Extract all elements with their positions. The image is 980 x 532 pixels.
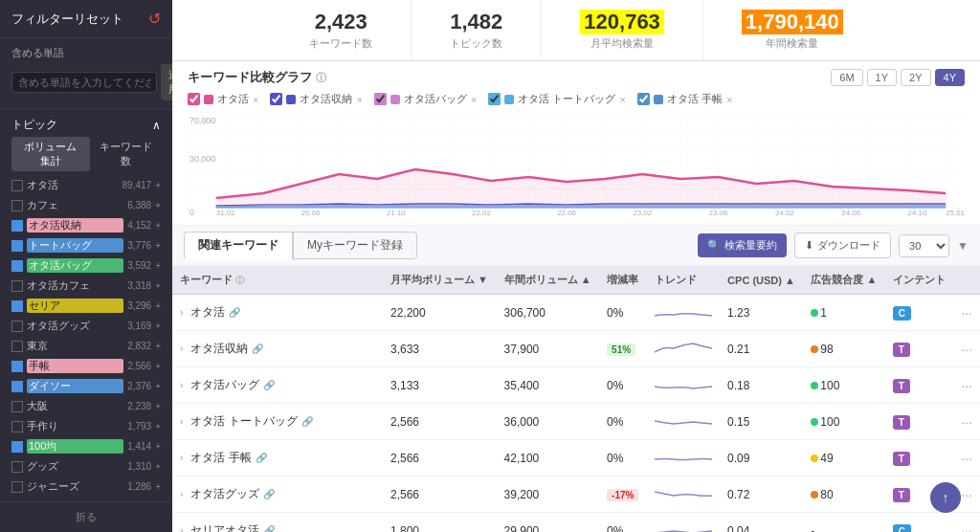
topic-plus-icon[interactable]: +	[155, 220, 161, 231]
more-icon[interactable]: ···	[961, 414, 972, 430]
legend-item[interactable]: オタ活 トートバッグ×	[488, 92, 626, 106]
topic-plus-icon[interactable]: +	[155, 461, 161, 472]
topic-plus-icon[interactable]: +	[155, 280, 161, 291]
expand-icon[interactable]: ›	[180, 380, 183, 390]
topic-item[interactable]: 東京 2,832 +	[0, 336, 172, 356]
topic-checkbox[interactable]	[11, 260, 23, 272]
legend-remove-icon[interactable]: ×	[619, 94, 625, 105]
topic-plus-icon[interactable]: +	[155, 321, 161, 331]
volume-tab[interactable]: ボリューム集計	[11, 137, 90, 171]
topic-plus-icon[interactable]: +	[155, 421, 161, 432]
topic-checkbox[interactable]	[11, 381, 23, 392]
time-btn-6m[interactable]: 6M	[831, 69, 862, 86]
topic-checkbox[interactable]	[11, 421, 23, 432]
topic-plus-icon[interactable]: +	[155, 441, 161, 452]
legend-checkbox[interactable]	[374, 93, 387, 105]
download-button[interactable]: ⬇ ダウンロード	[794, 233, 891, 258]
legend-checkbox[interactable]	[188, 93, 200, 105]
topic-plus-icon[interactable]: +	[155, 401, 161, 411]
copy-icon[interactable]: 🔗	[263, 525, 275, 532]
more-icon[interactable]: ···	[961, 378, 972, 393]
topic-plus-icon[interactable]: +	[155, 381, 161, 391]
collapse-button[interactable]: 折る	[76, 510, 97, 524]
topic-item[interactable]: オタ活カフェ 3,318 +	[0, 276, 172, 296]
col-ad[interactable]: 広告競合度 ▲	[803, 266, 884, 295]
topic-item[interactable]: ダイソー 2,376 +	[0, 376, 172, 396]
topic-checkbox[interactable]	[11, 361, 23, 372]
time-btn-2y[interactable]: 2Y	[901, 69, 930, 86]
copy-icon[interactable]: 🔗	[256, 453, 267, 463]
topic-checkbox[interactable]	[11, 300, 23, 312]
topic-plus-icon[interactable]: +	[155, 481, 161, 492]
legend-remove-icon[interactable]: ×	[471, 94, 477, 105]
topic-checkbox[interactable]	[11, 481, 23, 493]
more-icon[interactable]: ···	[961, 342, 972, 357]
topic-item[interactable]: セリア 3,296 +	[0, 296, 172, 316]
topic-item[interactable]: グッズ 1,310 +	[0, 456, 172, 477]
topic-plus-icon[interactable]: +	[155, 240, 161, 251]
expand-icon[interactable]: ›	[180, 453, 183, 463]
topic-item[interactable]: オタ活収納 4,152 +	[0, 215, 172, 235]
topic-item[interactable]: ジャニーズ 1,286 +	[0, 477, 172, 497]
time-btn-4y[interactable]: 4Y	[935, 69, 965, 86]
topic-checkbox[interactable]	[11, 280, 23, 292]
topic-plus-icon[interactable]: +	[155, 300, 161, 311]
more-icon[interactable]: ···	[961, 523, 972, 533]
to-top-button[interactable]: ↑	[930, 482, 961, 513]
legend-item[interactable]: オタ活バッグ×	[374, 92, 477, 106]
topic-checkbox[interactable]	[11, 220, 23, 232]
topic-chevron-icon[interactable]: ∧	[152, 119, 161, 132]
legend-remove-icon[interactable]: ×	[356, 94, 362, 105]
legend-remove-icon[interactable]: ×	[253, 94, 258, 105]
table-tab-Myキーワード登録[interactable]: Myキーワード登録	[293, 232, 417, 259]
time-btn-1y[interactable]: 1Y	[867, 69, 897, 86]
keyword-count-tab[interactable]: キーワード数	[92, 137, 161, 171]
expand-icon[interactable]: ›	[180, 416, 183, 427]
legend-item[interactable]: オタ活×	[188, 92, 258, 106]
copy-icon[interactable]: 🔗	[301, 416, 313, 427]
legend-item[interactable]: オタ活 手帳×	[637, 92, 733, 106]
copy-icon[interactable]: 🔗	[252, 344, 263, 354]
topic-item[interactable]: オタ活グッズ 3,169 +	[0, 316, 172, 336]
topic-item[interactable]: 手帳 2,566 +	[0, 356, 172, 376]
include-words-input[interactable]	[11, 72, 157, 93]
topic-checkbox[interactable]	[11, 461, 23, 473]
topic-plus-icon[interactable]: +	[155, 361, 161, 371]
copy-icon[interactable]: 🔗	[263, 380, 275, 390]
topic-checkbox[interactable]	[11, 321, 23, 332]
col-yearly[interactable]: 年間ボリューム ▲	[497, 266, 600, 295]
topic-plus-icon[interactable]: +	[155, 341, 161, 351]
topic-checkbox[interactable]	[11, 401, 23, 412]
more-icon[interactable]: ···	[961, 487, 972, 502]
legend-checkbox[interactable]	[637, 93, 650, 105]
count-select[interactable]: 30 50 100	[899, 234, 949, 257]
topic-item[interactable]: カフェ 6,388 +	[0, 195, 172, 215]
col-monthly[interactable]: 月平均ボリューム ▼	[383, 266, 497, 295]
apply-button[interactable]: 適用	[161, 64, 172, 100]
table-tab-関連キーワード[interactable]: 関連キーワード	[184, 232, 293, 259]
col-cpc[interactable]: CPC (USD) ▲	[720, 266, 803, 295]
legend-checkbox[interactable]	[270, 93, 282, 105]
expand-icon[interactable]: ›	[180, 344, 183, 354]
col-intent[interactable]: インテント	[885, 266, 953, 295]
topic-item[interactable]: 大阪 2,238 +	[0, 396, 172, 416]
topic-plus-icon[interactable]: +	[155, 260, 161, 271]
topic-checkbox[interactable]	[11, 240, 23, 252]
topic-checkbox[interactable]	[11, 180, 23, 191]
more-icon[interactable]: ···	[961, 451, 972, 466]
expand-icon[interactable]: ›	[180, 307, 183, 318]
copy-icon[interactable]: 🔗	[263, 489, 275, 499]
topic-checkbox[interactable]	[11, 341, 23, 352]
more-icon[interactable]: ···	[961, 305, 972, 321]
topic-checkbox[interactable]	[11, 441, 23, 453]
topic-item[interactable]: トートバッグ 3,776 +	[0, 235, 172, 255]
legend-item[interactable]: オタ活収納×	[270, 92, 362, 106]
topic-plus-icon[interactable]: +	[155, 200, 161, 211]
legend-remove-icon[interactable]: ×	[726, 94, 732, 105]
col-change[interactable]: 増減率	[599, 266, 647, 295]
search-summary-button[interactable]: 🔍 検索量要約	[698, 233, 787, 257]
topic-item[interactable]: 100均 1,414 +	[0, 436, 172, 456]
topic-checkbox[interactable]	[11, 200, 23, 211]
expand-icon[interactable]: ›	[180, 525, 183, 532]
legend-checkbox[interactable]	[488, 93, 501, 105]
